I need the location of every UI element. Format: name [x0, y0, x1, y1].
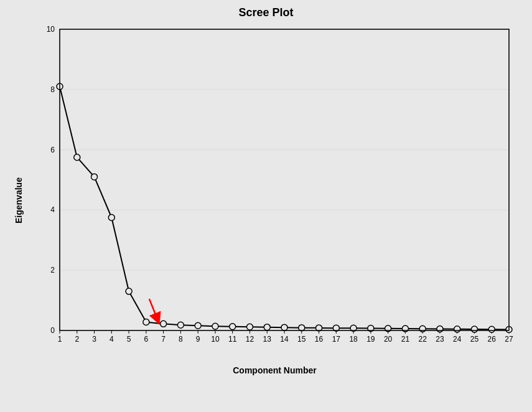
svg-point-96 — [108, 215, 114, 221]
svg-text:26: 26 — [487, 335, 496, 344]
svg-text:10: 10 — [211, 335, 220, 344]
svg-text:24: 24 — [453, 335, 462, 344]
svg-point-95 — [91, 174, 97, 180]
svg-point-103 — [229, 324, 235, 330]
chart-body: Eigenvalue 02468101234567891011121314151… — [11, 23, 521, 378]
svg-point-115 — [436, 326, 442, 332]
svg-point-114 — [419, 325, 426, 332]
svg-point-117 — [471, 326, 477, 332]
svg-text:20: 20 — [383, 335, 392, 344]
svg-point-100 — [177, 322, 184, 328]
svg-text:0: 0 — [50, 326, 55, 335]
svg-text:3: 3 — [92, 335, 96, 344]
svg-point-106 — [281, 324, 287, 330]
plot-svg: 0246810123456789101112131415161718192021… — [29, 23, 521, 362]
svg-text:27: 27 — [505, 335, 513, 344]
svg-text:7: 7 — [161, 335, 166, 344]
svg-text:21: 21 — [401, 335, 409, 344]
svg-point-98 — [142, 319, 149, 325]
svg-point-105 — [264, 324, 270, 330]
svg-point-116 — [454, 326, 460, 332]
svg-text:1: 1 — [57, 335, 62, 344]
svg-point-104 — [246, 324, 253, 330]
svg-text:12: 12 — [245, 335, 254, 344]
svg-text:2: 2 — [75, 335, 79, 344]
svg-text:14: 14 — [280, 335, 289, 344]
svg-text:11: 11 — [228, 335, 237, 344]
svg-text:18: 18 — [349, 335, 358, 344]
svg-text:10: 10 — [46, 25, 55, 34]
svg-text:17: 17 — [332, 335, 340, 344]
svg-point-102 — [212, 323, 218, 329]
svg-text:6: 6 — [144, 335, 148, 344]
svg-text:2: 2 — [50, 266, 55, 274]
svg-point-107 — [298, 325, 304, 331]
x-axis-label: Component Number — [29, 365, 521, 378]
plot-area: 0246810123456789101112131415161718192021… — [29, 23, 521, 362]
svg-text:4: 4 — [109, 335, 113, 344]
svg-text:25: 25 — [470, 335, 478, 344]
svg-text:5: 5 — [126, 335, 131, 344]
svg-text:9: 9 — [195, 335, 200, 344]
svg-text:16: 16 — [314, 335, 323, 344]
svg-point-94 — [73, 154, 80, 161]
svg-text:22: 22 — [418, 335, 427, 344]
svg-text:6: 6 — [50, 146, 55, 154]
svg-text:15: 15 — [297, 335, 306, 344]
svg-text:19: 19 — [366, 335, 375, 344]
svg-point-97 — [126, 288, 132, 294]
y-axis-label: Eigenvalue — [11, 23, 26, 378]
svg-text:13: 13 — [263, 335, 271, 344]
svg-text:23: 23 — [436, 335, 444, 344]
svg-point-99 — [160, 321, 166, 327]
svg-point-118 — [488, 326, 495, 332]
chart-container: Scree Plot Eigenvalue 024681012345678910… — [0, 0, 532, 412]
chart-area-wrapper: 0246810123456789101112131415161718192021… — [29, 23, 521, 378]
svg-text:4: 4 — [50, 205, 55, 214]
chart-title: Scree Plot — [238, 6, 293, 19]
svg-text:8: 8 — [179, 335, 183, 344]
svg-text:8: 8 — [50, 85, 55, 94]
svg-point-101 — [195, 322, 201, 329]
